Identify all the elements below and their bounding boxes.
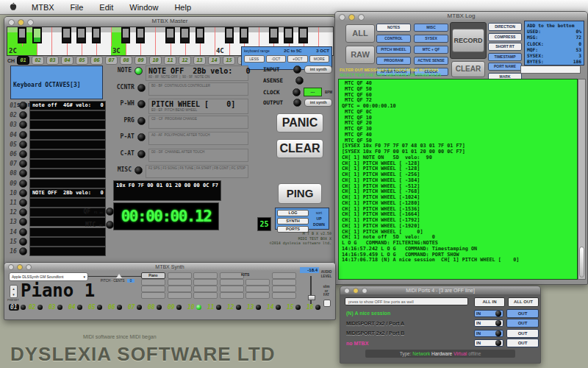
filter-button[interactable]: SYSEX (414, 35, 448, 43)
black-key[interactable] (196, 27, 204, 43)
panic-button[interactable]: PANIC (276, 113, 323, 132)
black-key[interactable] (18, 27, 26, 43)
synth-channel[interactable]: 10 (187, 304, 207, 311)
ports-titlebar[interactable]: MIDI Ports 4 - [3 are OFF line] (340, 286, 540, 294)
category-button[interactable] (168, 279, 192, 286)
all-in-button[interactable]: ALL IN (474, 297, 505, 307)
filter-button[interactable]: DIRECTION (488, 23, 522, 31)
zoom-button[interactable] (26, 264, 32, 270)
synth-channel[interactable]: 14 (267, 304, 287, 311)
channel-button[interactable]: 10 (149, 56, 162, 65)
channel-led[interactable] (19, 141, 27, 149)
channel-button[interactable]: 06 (90, 56, 103, 65)
black-key[interactable] (240, 27, 248, 43)
message-type-led[interactable] (137, 150, 146, 158)
category-button[interactable] (220, 279, 244, 286)
channel-led[interactable] (19, 228, 27, 236)
close-button[interactable] (8, 19, 15, 26)
asense-led[interactable] (295, 77, 304, 85)
black-key[interactable] (76, 27, 85, 43)
filter-button[interactable]: MISC (414, 24, 448, 32)
channel-led[interactable] (19, 169, 27, 177)
zoom-button[interactable] (27, 19, 34, 26)
port-out-button[interactable]: OUT (506, 319, 539, 328)
category-button[interactable] (220, 292, 244, 299)
zoom-button[interactable] (358, 14, 365, 21)
category-button[interactable] (272, 272, 296, 279)
black-key[interactable] (92, 27, 101, 43)
filter-button[interactable]: PORT NAME (488, 63, 522, 71)
port-in-button[interactable]: IN (474, 319, 503, 327)
category-button[interactable] (245, 286, 270, 292)
black-key[interactable] (298, 27, 307, 43)
minimize-button[interactable] (18, 19, 24, 26)
log-entry-field[interactable] (520, 66, 581, 74)
mtc-led[interactable] (106, 221, 114, 229)
range-button[interactable]: MORE (309, 55, 330, 63)
channel-button[interactable]: 02 (32, 56, 44, 65)
log-titlebar[interactable]: MTBX Log (335, 12, 587, 21)
audio-level-thumb[interactable] (308, 295, 315, 300)
synth-channel[interactable]: 02 (29, 304, 49, 311)
clear-button[interactable]: CLEAR (276, 139, 323, 158)
minimize-button[interactable] (353, 288, 359, 294)
category-button[interactable] (168, 292, 192, 299)
synth-channel[interactable]: 13 (247, 304, 267, 311)
category-button[interactable] (245, 292, 270, 299)
apple-menu-icon[interactable] (9, 2, 17, 12)
channel-button[interactable]: 11 (164, 56, 176, 65)
black-key[interactable] (32, 27, 41, 43)
channel-led[interactable] (19, 189, 27, 197)
output-port-button[interactable]: int synth (304, 99, 332, 107)
nav-button[interactable]: SYNTH (277, 218, 309, 224)
synth-channel[interactable]: 07 (128, 304, 148, 311)
filter-button[interactable]: SHORT RT (488, 43, 522, 51)
port-in-button[interactable]: IN (474, 330, 503, 337)
filter-button[interactable]: PITCH WHEEL (376, 46, 411, 54)
category-button[interactable] (168, 272, 192, 279)
black-key[interactable] (165, 27, 174, 43)
range-button[interactable]: LESS (244, 55, 265, 63)
category-button[interactable] (193, 272, 218, 279)
log-output[interactable]: MTC QF 40 MTC QF 50 MTC QF 60 MTC QF 72Q… (338, 79, 578, 280)
port-in-knob[interactable] (495, 320, 501, 326)
port-in-knob[interactable] (495, 340, 501, 346)
filter-button[interactable]: CONTROL (376, 35, 411, 43)
category-button[interactable] (193, 286, 218, 292)
channel-led[interactable] (19, 150, 27, 158)
channel-button[interactable]: 12 (179, 56, 191, 65)
port-in-knob[interactable] (495, 311, 501, 316)
close-button[interactable] (8, 264, 14, 270)
synth-channel[interactable]: 05 (88, 304, 108, 311)
menu-item[interactable]: Help (173, 3, 193, 12)
menu-item[interactable]: Window (128, 3, 159, 12)
synth-channel[interactable]: 01 (9, 304, 29, 311)
log-scrollbar-thumb[interactable] (579, 247, 584, 277)
channel-button[interactable]: 14 (208, 56, 220, 65)
category-button[interactable] (272, 292, 296, 299)
nav-button[interactable]: LOG (277, 210, 309, 216)
master-titlebar[interactable]: MTBX Master (4, 17, 335, 26)
range-button[interactable]: -OCT (266, 55, 287, 63)
port-out-button[interactable]: OUT (506, 309, 539, 318)
synth-channel[interactable]: 08 (148, 304, 168, 311)
channel-button[interactable]: 09 (135, 56, 147, 65)
menu-item[interactable]: File (69, 3, 85, 12)
synth-titlebar[interactable]: MTBX Synth (4, 263, 335, 271)
qf-led[interactable] (106, 208, 114, 216)
preset-up-icon[interactable]: ▴ (10, 286, 17, 291)
range-button[interactable]: +OCT (287, 55, 308, 63)
port-out-button[interactable]: OUT (506, 339, 539, 347)
channel-led[interactable] (19, 102, 27, 110)
channel-led[interactable] (19, 121, 27, 129)
filter-button[interactable]: COMPRESS (488, 33, 522, 41)
all-button[interactable]: ALL (345, 24, 375, 43)
pitch-slider-thumb[interactable] (116, 274, 122, 278)
channel-led[interactable] (19, 160, 27, 168)
synth-channel[interactable]: 03 (49, 304, 68, 311)
log-scrollbar[interactable] (578, 79, 586, 280)
input-led[interactable] (293, 66, 301, 74)
black-key[interactable] (180, 27, 189, 43)
channel-button[interactable]: 08 (120, 56, 132, 65)
synth-channel[interactable]: 16 (306, 304, 326, 311)
